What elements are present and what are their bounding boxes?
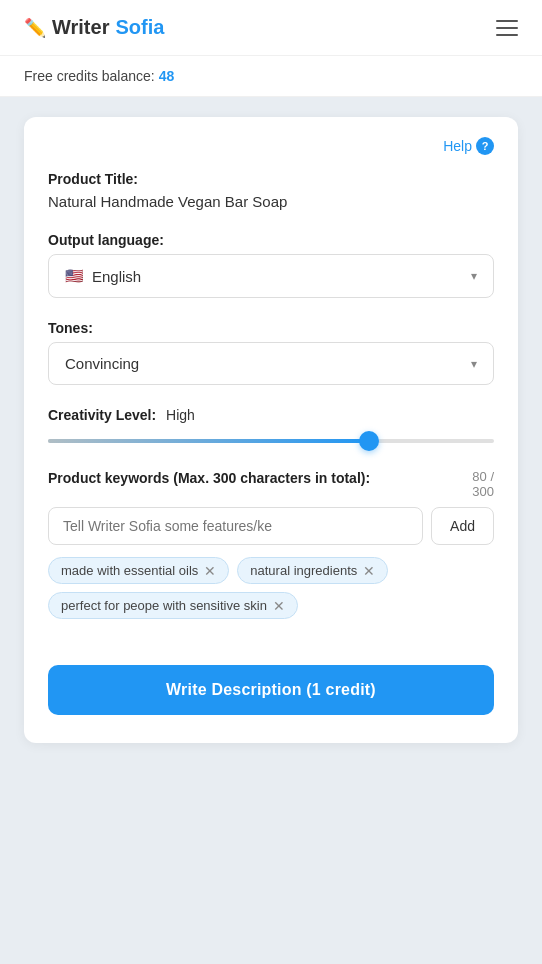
output-language-select[interactable]: 🇺🇸 English ▾ (48, 254, 494, 298)
hamburger-line-3 (496, 34, 518, 36)
keywords-input-row: Add (48, 507, 494, 545)
chevron-down-icon: ▾ (471, 269, 477, 283)
keywords-section: Product keywords (Max. 300 characters in… (48, 469, 494, 619)
slider-thumb[interactable] (359, 431, 379, 451)
keyword-tag: natural ingredients ✕ (237, 557, 388, 584)
language-name: English (92, 268, 141, 285)
hamburger-line-2 (496, 27, 518, 29)
product-title-value: Natural Handmade Vegan Bar Soap (48, 193, 494, 210)
output-language-display: 🇺🇸 English (65, 267, 141, 285)
keyword-tag: made with essential oils ✕ (48, 557, 229, 584)
menu-button[interactable] (496, 20, 518, 36)
logo-sofia-text: Sofia (115, 16, 164, 39)
creativity-slider[interactable] (48, 435, 494, 447)
logo-icon: ✏️ (24, 17, 46, 39)
help-row: Help ? (48, 137, 494, 155)
credits-label: Free credits balance: (24, 68, 155, 84)
credits-value: 48 (159, 68, 175, 84)
tones-display: Convincing (65, 355, 139, 372)
keywords-input[interactable] (48, 507, 423, 545)
output-language-section: Output language: 🇺🇸 English ▾ (48, 232, 494, 298)
app-header: ✏️ WriterSofia (0, 0, 542, 56)
char-count-current: 80 / (472, 469, 494, 484)
creativity-header: Creativity Level: High (48, 407, 494, 423)
write-description-button[interactable]: Write Description (1 credit) (48, 665, 494, 715)
keyword-tag: perfect for peope with sensitive skin ✕ (48, 592, 298, 619)
tones-value: Convincing (65, 355, 139, 372)
tag-text: perfect for peope with sensitive skin (61, 598, 267, 613)
language-flag: 🇺🇸 (65, 267, 84, 285)
creativity-label: Creativity Level: (48, 407, 156, 423)
char-count-max: 300 (472, 484, 494, 499)
help-button[interactable]: Help ? (443, 137, 494, 155)
help-label: Help (443, 138, 472, 154)
main-card: Help ? Product Title: Natural Handmade V… (24, 117, 518, 743)
phone-frame: ✏️ WriterSofia Free credits balance: 48 … (0, 0, 542, 964)
keywords-label: Product keywords (Max. 300 characters in… (48, 469, 472, 489)
keywords-header: Product keywords (Max. 300 characters in… (48, 469, 494, 499)
slider-fill (48, 439, 369, 443)
credits-bar: Free credits balance: 48 (0, 56, 542, 97)
creativity-level-name: High (162, 407, 195, 423)
tag-text: made with essential oils (61, 563, 198, 578)
product-title-label: Product Title: (48, 171, 494, 187)
slider-track (48, 439, 494, 443)
hamburger-line-1 (496, 20, 518, 22)
product-title-section: Product Title: Natural Handmade Vegan Ba… (48, 171, 494, 210)
chevron-down-icon: ▾ (471, 357, 477, 371)
tag-text: natural ingredients (250, 563, 357, 578)
creativity-section: Creativity Level: High (48, 407, 494, 447)
tag-remove-button[interactable]: ✕ (273, 599, 285, 613)
logo-writer-text: Writer (52, 16, 109, 39)
help-icon: ? (476, 137, 494, 155)
tones-label: Tones: (48, 320, 494, 336)
tones-section: Tones: Convincing ▾ (48, 320, 494, 385)
tones-select[interactable]: Convincing ▾ (48, 342, 494, 385)
tags-container: made with essential oils ✕ natural ingre… (48, 557, 494, 619)
app-logo: ✏️ WriterSofia (24, 16, 164, 39)
tag-remove-button[interactable]: ✕ (204, 564, 216, 578)
tag-remove-button[interactable]: ✕ (363, 564, 375, 578)
add-keyword-button[interactable]: Add (431, 507, 494, 545)
output-language-label: Output language: (48, 232, 494, 248)
